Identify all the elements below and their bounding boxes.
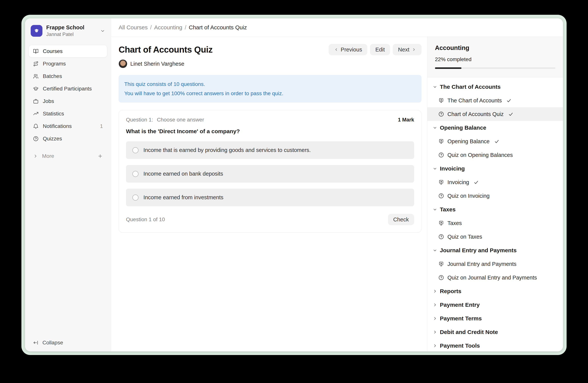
edit-label: Edit xyxy=(375,47,385,53)
next-button[interactable]: Next xyxy=(393,44,421,55)
chevron-down-icon xyxy=(433,166,437,171)
outline-item-label: Quiz on Invoicing xyxy=(447,193,489,199)
main-region: All Courses / Accounting / Chart of Acco… xyxy=(111,18,563,351)
outline-item-chart-of-accounts-quiz[interactable]: Chart of Accounts Quiz xyxy=(427,107,563,121)
collapse-sidebar-button[interactable]: Collapse xyxy=(29,340,107,346)
more-label: More xyxy=(42,153,54,159)
chevron-right-icon xyxy=(433,330,437,334)
question-pager: Question 1 of 10 xyxy=(126,216,165,223)
outline-item-quiz-on-opening-balances[interactable]: Quiz on Opening Balances xyxy=(427,148,563,162)
radio-button[interactable] xyxy=(132,147,138,153)
outline-section-debit-and-credit-note[interactable]: Debit and Credit Note xyxy=(427,325,563,339)
sidebar-item-jobs[interactable]: Jobs xyxy=(29,95,107,107)
chevron-down-icon xyxy=(433,207,437,212)
quiz-icon xyxy=(438,275,444,280)
outline-item-the-chart-of-accounts[interactable]: The Chart of Accounts xyxy=(427,94,563,107)
radio-button[interactable] xyxy=(132,171,138,177)
answer-option-label: Income that is earned by providing goods… xyxy=(143,147,311,153)
outline-section-reports[interactable]: Reports xyxy=(427,284,563,298)
sidebar-item-more[interactable]: More xyxy=(29,151,107,162)
outline-item-quiz-on-invoicing[interactable]: Quiz on Invoicing xyxy=(427,189,563,203)
sidebar-nav: CoursesProgramsBatchesCertified Particip… xyxy=(29,45,107,145)
bell-icon xyxy=(33,123,39,129)
outline-item-quiz-on-taxes[interactable]: Quiz on Taxes xyxy=(427,230,563,244)
sidebar-item-certified-participants[interactable]: Certified Participants xyxy=(29,83,107,95)
author-row: Linet Sherin Varghese xyxy=(119,59,421,68)
quiz-instructions-banner: This quiz consists of 10 questions. You … xyxy=(119,75,421,103)
answer-option-label: Income earned on bank deposits xyxy=(143,171,223,177)
question-header: Question 1: Choose one answer 1 Mark xyxy=(126,117,414,123)
check-label: Check xyxy=(393,216,409,223)
notification-count-badge: 1 xyxy=(100,123,103,129)
outline-item-opening-balance[interactable]: Opening Balance xyxy=(427,134,563,148)
sidebar-item-label: Batches xyxy=(43,73,62,79)
check-button[interactable]: Check xyxy=(388,214,414,225)
lesson-icon xyxy=(438,179,444,185)
edit-button[interactable]: Edit xyxy=(370,44,390,55)
outline-section-payment-terms[interactable]: Payment Terms xyxy=(427,312,563,325)
sidebar-item-label: Programs xyxy=(43,61,66,67)
outline-section-title: Invoicing xyxy=(440,165,465,172)
trending-up-icon xyxy=(33,111,39,116)
breadcrumb-accounting[interactable]: Accounting xyxy=(154,24,182,31)
author-avatar xyxy=(119,59,127,68)
chevron-right-icon xyxy=(433,344,437,348)
page-title: Chart of Accounts Quiz xyxy=(119,44,212,55)
outline-section-title: Opening Balance xyxy=(440,125,486,131)
route-icon xyxy=(33,61,39,67)
chevron-down-icon[interactable] xyxy=(100,28,105,33)
sidebar-item-courses[interactable]: Courses xyxy=(29,45,107,57)
course-outline-header: Accounting 22% completed xyxy=(427,37,563,77)
course-progress-bar xyxy=(435,67,555,69)
question-number-label: Question 1: xyxy=(126,117,153,123)
outline-section-opening-balance[interactable]: Opening Balance xyxy=(427,121,563,134)
radio-button[interactable] xyxy=(132,194,138,201)
quiz-icon xyxy=(438,234,444,240)
answer-option-1[interactable]: Income that is earned by providing goods… xyxy=(126,141,414,159)
outline-section-payment-entry[interactable]: Payment Entry xyxy=(427,298,563,312)
user-name: Jannat Patel xyxy=(46,31,84,37)
quiz-instruction-line: You will have to get 100% correct answer… xyxy=(124,89,416,98)
next-label: Next xyxy=(398,47,409,53)
outline-item-label: Chart of Accounts Quiz xyxy=(447,111,504,117)
sidebar-item-statistics[interactable]: Statistics xyxy=(29,108,107,120)
body-row: Chart of Accounts Quiz Previous Edit xyxy=(111,37,563,351)
outline-item-invoicing[interactable]: Invoicing xyxy=(427,175,563,189)
profile-switcher[interactable]: Frappe School Jannat Patel xyxy=(29,24,107,37)
breadcrumb-all-courses[interactable]: All Courses xyxy=(119,24,147,31)
outline-item-taxes[interactable]: Taxes xyxy=(427,216,563,230)
outline-section-invoicing[interactable]: Invoicing xyxy=(427,162,563,175)
quiz-toolbar: Previous Edit Next xyxy=(329,44,421,55)
sidebar-item-quizzes[interactable]: Quizzes xyxy=(29,133,107,145)
school-name: Frappe School xyxy=(46,24,84,31)
outline-section-journal-entry-and-payments[interactable]: Journal Entry and Payments xyxy=(427,244,563,257)
outline-item-label: Taxes xyxy=(447,220,462,226)
answer-option-3[interactable]: Income earned from investments xyxy=(126,189,414,206)
plus-icon[interactable] xyxy=(98,153,103,159)
breadcrumb-current: Chart of Accounts Quiz xyxy=(189,24,247,31)
outline-section-payment-tools[interactable]: Payment Tools xyxy=(427,339,563,351)
outline-section-title: Journal Entry and Payments xyxy=(440,247,517,254)
profile-text: Frappe School Jannat Patel xyxy=(46,24,84,37)
previous-button[interactable]: Previous xyxy=(329,44,368,55)
chevron-left-icon xyxy=(334,47,338,52)
sidebar-item-batches[interactable]: Batches xyxy=(29,70,107,82)
outline-section-taxes[interactable]: Taxes xyxy=(427,203,563,216)
outline-section-title: Taxes xyxy=(440,206,456,213)
outline-item-label: Quiz on Journal Entry and Payments xyxy=(447,275,537,281)
outline-item-quiz-on-journal-entry-and-payments[interactable]: Quiz on Journal Entry and Payments xyxy=(427,271,563,284)
collapse-icon xyxy=(33,340,39,345)
lesson-icon xyxy=(438,261,444,267)
sidebar-item-programs[interactable]: Programs xyxy=(29,58,107,70)
outline-section-title: Payment Entry xyxy=(440,302,480,308)
outline-section-the-chart-of-accounts[interactable]: The Chart of Accounts xyxy=(427,80,563,94)
question-card: Question 1: Choose one answer 1 Mark Wha… xyxy=(119,110,421,232)
sidebar-item-notifications[interactable]: Notifications1 xyxy=(29,120,107,132)
chevron-right-icon xyxy=(433,303,437,307)
outline-section-title: Reports xyxy=(440,288,461,294)
outline-item-journal-entry-and-payments[interactable]: Journal Entry and Payments xyxy=(427,257,563,271)
users-icon xyxy=(33,74,39,79)
answer-option-2[interactable]: Income earned on bank deposits xyxy=(126,165,414,183)
chevron-down-icon xyxy=(433,248,437,253)
quiz-instruction-line: This quiz consists of 10 questions. xyxy=(124,79,416,89)
